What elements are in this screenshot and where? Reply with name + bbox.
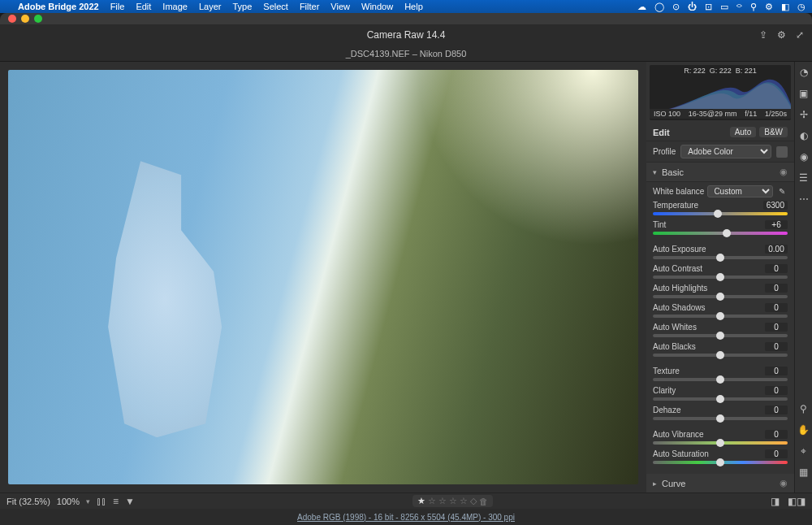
menu-select[interactable]: Select bbox=[263, 2, 288, 11]
menu-edit[interactable]: Edit bbox=[136, 2, 151, 11]
slider-auto-highlights[interactable]: Auto Highlights0 bbox=[653, 284, 788, 298]
mask-tool-icon[interactable]: ◐ bbox=[798, 130, 810, 141]
visibility-eye-icon[interactable]: ◉ bbox=[780, 478, 788, 488]
slider-thumb[interactable] bbox=[716, 293, 724, 301]
histogram[interactable]: R: 222 G: 222 B: 221 ISO 100 16-35@29 mm… bbox=[650, 65, 791, 120]
label-none-icon[interactable]: ◇ bbox=[470, 496, 477, 506]
redeye-tool-icon[interactable]: ◉ bbox=[798, 151, 810, 163]
slider-track[interactable] bbox=[653, 276, 788, 279]
slider-thumb[interactable] bbox=[716, 414, 724, 423]
menu-help[interactable]: Help bbox=[404, 2, 423, 11]
sort-icon[interactable]: ≡ bbox=[113, 496, 119, 507]
slider-track[interactable] bbox=[653, 441, 788, 445]
chevron-down-icon[interactable]: ▾ bbox=[86, 497, 90, 505]
slider-thumb[interactable] bbox=[716, 375, 724, 384]
fit-zoom-label[interactable]: Fit (32.5%) bbox=[6, 497, 50, 506]
slider-auto-exposure[interactable]: Auto Exposure0.00 bbox=[653, 245, 788, 259]
menu-filter[interactable]: Filter bbox=[300, 2, 319, 11]
menu-file[interactable]: File bbox=[110, 2, 125, 11]
slider-auto-whites[interactable]: Auto Whites0 bbox=[653, 323, 788, 337]
slider-auto-shadows[interactable]: Auto Shadows0 bbox=[653, 303, 788, 318]
slider-thumb[interactable] bbox=[716, 458, 724, 466]
slider-temperature[interactable]: Temperature6300 bbox=[653, 201, 788, 215]
control-center-icon[interactable]: ⚙ bbox=[765, 2, 773, 12]
slider-track[interactable] bbox=[653, 417, 788, 420]
slider-auto-saturation[interactable]: Auto Saturation0 bbox=[653, 449, 788, 464]
rating-control[interactable]: ★ ☆ ☆ ☆ ☆ ◇ 🗑 bbox=[412, 495, 493, 507]
slider-thumb[interactable] bbox=[716, 312, 724, 320]
grid-tool-icon[interactable]: ▦ bbox=[798, 466, 810, 478]
slider-clarity[interactable]: Clarity0 bbox=[653, 386, 788, 401]
star-icon[interactable]: ☆ bbox=[460, 496, 468, 506]
hand-tool-icon[interactable]: ✋ bbox=[798, 424, 810, 436]
slider-thumb[interactable] bbox=[716, 273, 724, 281]
star-icon[interactable]: ★ bbox=[417, 496, 425, 506]
filter-icon[interactable]: ▼ bbox=[125, 496, 135, 507]
tray-icon[interactable]: ⏻ bbox=[688, 2, 697, 12]
slider-value[interactable]: 0.00 bbox=[765, 245, 788, 254]
slider-track[interactable] bbox=[653, 378, 788, 381]
slider-thumb[interactable] bbox=[716, 254, 724, 262]
compare-view-icon[interactable]: ◨ bbox=[771, 496, 780, 507]
auto-button[interactable]: Auto bbox=[730, 127, 757, 137]
battery-icon[interactable]: ▭ bbox=[720, 2, 728, 12]
before-after-icon[interactable]: ◧◨ bbox=[788, 496, 806, 507]
slider-value[interactable]: 0 bbox=[765, 430, 788, 439]
slider-value[interactable]: +6 bbox=[765, 220, 788, 229]
visibility-eye-icon[interactable]: ◉ bbox=[780, 167, 788, 177]
image-info-link[interactable]: Adobe RGB (1998) - 16 bit - 8256 x 5504 … bbox=[297, 513, 515, 522]
slider-texture[interactable]: Texture0 bbox=[653, 367, 788, 381]
settings-gear-icon[interactable]: ⚙ bbox=[777, 29, 786, 41]
menu-type[interactable]: Type bbox=[232, 2, 252, 11]
slider-dehaze[interactable]: Dehaze0 bbox=[653, 406, 788, 420]
menu-window[interactable]: Window bbox=[361, 2, 393, 11]
slider-auto-vibrance[interactable]: Auto Vibrance0 bbox=[653, 430, 788, 445]
slider-auto-blacks[interactable]: Auto Blacks0 bbox=[653, 342, 788, 357]
slider-value[interactable]: 0 bbox=[765, 406, 788, 414]
trash-icon[interactable]: 🗑 bbox=[479, 497, 488, 506]
crop-tool-icon[interactable]: ▣ bbox=[798, 88, 810, 99]
slider-track[interactable] bbox=[653, 295, 788, 298]
slider-thumb[interactable] bbox=[723, 229, 731, 237]
slider-track[interactable] bbox=[653, 334, 788, 337]
slider-track[interactable] bbox=[653, 256, 788, 259]
profile-browser-icon[interactable] bbox=[776, 146, 788, 158]
close-window-button[interactable] bbox=[8, 15, 16, 23]
star-icon[interactable]: ☆ bbox=[428, 496, 436, 506]
clock-icon[interactable]: ◷ bbox=[797, 2, 806, 12]
tray-icon[interactable]: ⊡ bbox=[705, 2, 712, 12]
heal-tool-icon[interactable]: ✢ bbox=[798, 109, 810, 120]
slider-thumb[interactable] bbox=[716, 439, 724, 447]
slider-thumb[interactable] bbox=[714, 210, 722, 218]
basic-panel-header[interactable]: ▾ Basic ◉ bbox=[646, 163, 794, 182]
wifi-icon[interactable]: ⌔ bbox=[736, 2, 742, 12]
panel-curve[interactable]: ▸Curve◉ bbox=[646, 474, 794, 492]
star-icon[interactable]: ☆ bbox=[449, 496, 457, 506]
slider-auto-contrast[interactable]: Auto Contrast0 bbox=[653, 264, 788, 279]
sampler-tool-icon[interactable]: ⌖ bbox=[798, 445, 810, 457]
slider-tint[interactable]: Tint+6 bbox=[653, 220, 788, 235]
presets-icon[interactable]: ☰ bbox=[798, 172, 810, 184]
menu-view[interactable]: View bbox=[330, 2, 350, 11]
maximize-window-button[interactable] bbox=[34, 15, 42, 23]
slider-value[interactable]: 0 bbox=[765, 386, 788, 395]
menu-layer[interactable]: Layer bbox=[199, 2, 222, 11]
slider-value[interactable]: 0 bbox=[765, 367, 788, 375]
slider-value[interactable]: 0 bbox=[765, 303, 788, 312]
menu-image[interactable]: Image bbox=[162, 2, 188, 11]
more-icon[interactable]: ⋯ bbox=[798, 193, 810, 205]
zoom-tool-icon[interactable]: ⚲ bbox=[798, 403, 810, 414]
slider-value[interactable]: 0 bbox=[765, 323, 788, 332]
slider-track[interactable] bbox=[653, 232, 788, 235]
slider-track[interactable] bbox=[653, 461, 788, 464]
tray-icon[interactable]: ◧ bbox=[781, 2, 789, 12]
slider-value[interactable]: 0 bbox=[765, 264, 788, 273]
share-icon[interactable]: ⇪ bbox=[759, 29, 767, 41]
slider-thumb[interactable] bbox=[716, 351, 724, 359]
wb-select[interactable]: Custom bbox=[707, 185, 773, 197]
slider-track[interactable] bbox=[653, 212, 788, 215]
slider-thumb[interactable] bbox=[716, 395, 724, 403]
slider-value[interactable]: 6300 bbox=[763, 201, 788, 210]
zoom-value[interactable]: 100% bbox=[57, 497, 80, 506]
slider-value[interactable]: 0 bbox=[765, 449, 788, 458]
